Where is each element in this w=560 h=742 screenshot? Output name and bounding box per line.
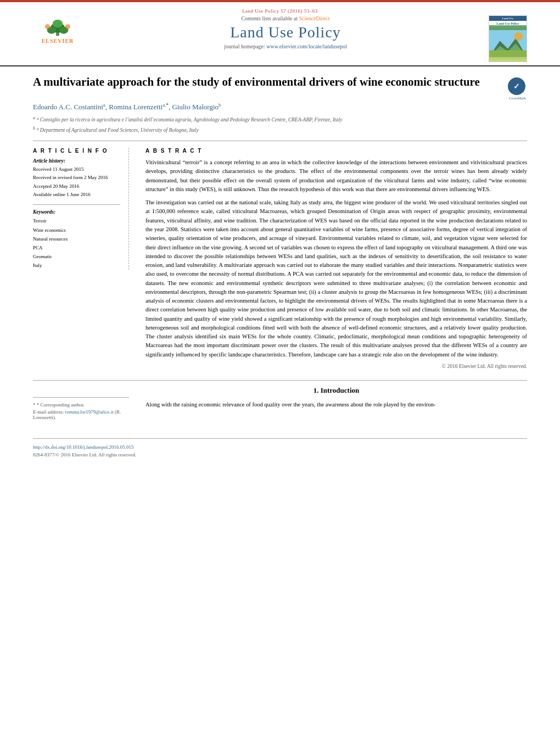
intro-title: 1. Introduction [145,386,527,395]
keywords-list: Terroir Wine economics Natural resources… [33,216,120,270]
introduction-section: * * Corresponding author. E-mail address… [33,380,527,422]
abstract-col: A B S T R A C T Vitivinicultural “terroi… [145,148,527,369]
cover-image [489,25,527,62]
keyword-1: Terroir [33,216,120,225]
svg-point-11 [514,32,523,41]
cover-title: Land Use Policy [495,21,520,25]
cover-header: Land Use [489,16,527,21]
homepage-link[interactable]: www.elsevier.com/locate/landusepol [266,43,347,49]
accepted-date: Accepted 20 May 2016 [33,182,120,191]
doi-link[interactable]: http://dx.doi.org/10.1016/j.landusepol.2… [33,444,134,450]
rights-footer: 0264-8377/© 2016 Elsevier Ltd. All right… [33,452,527,458]
intro-right: 1. Introduction Along with the raising e… [145,386,527,422]
svg-point-6 [65,24,70,29]
intro-left-spacer: * * Corresponding author. E-mail address… [33,386,129,422]
elsevier-text: ELSEVIER [42,38,74,44]
journal-cover: Land Use Land Use Policy [489,15,527,62]
svg-rect-10 [489,51,527,57]
available-date: Available online 1 June 2016 [33,191,120,199]
keyword-6: Italy [33,261,120,270]
header-divider [33,141,527,141]
article-history-label: Article history: [33,158,120,164]
article-dates: Received 11 August 2015 Received in revi… [33,165,120,199]
intro-layout: * * Corresponding author. E-mail address… [33,386,527,422]
crossmark-badge: ✓ CrossMark [508,77,527,97]
article-info-col: A R T I C L E I N F O Article history: R… [33,148,129,369]
revised-date: Received in revised form 2 May 2016 [33,174,120,182]
journal-header: Land Use Policy 57 (2016) 53–63 ELSEVIER [0,2,560,66]
authors-line: Edoardo A.C. Costantinia, Romina Lorenze… [33,102,527,111]
keywords-section: Keywords: Terroir Wine economics Natural… [33,209,120,270]
keyword-3: Natural resources [33,235,120,243]
email-link[interactable]: romina.lor1979@alice.it [65,409,113,415]
article-info-heading: A R T I C L E I N F O [33,148,120,154]
page: Land Use Policy 57 (2016) 53–63 ELSEVIER [0,0,560,742]
affiliation-a: a ᵃ Consiglio per la ricerca in agricolt… [33,115,527,124]
cover-landscape-icon [489,25,527,62]
abstract-text: Vitivinicultural “terroir” is a concept … [145,158,527,359]
keywords-label: Keywords: [33,209,120,215]
footnotes-area: * * Corresponding author. E-mail address… [33,397,129,420]
abstract-heading: A B S T R A C T [145,148,527,154]
affiliation-b: b ᵇ Department of Agricultural and Food … [33,125,527,134]
abstract-paragraph-2: The investigation was carried out at the… [145,198,527,359]
intro-text: Along with the raising economic relevanc… [145,400,527,409]
received-date: Received 11 August 2015 [33,165,120,174]
keyword-2: Wine economics [33,226,120,235]
article-title-section: A multivariate approach for the study of… [33,75,527,97]
corresponding-author-note: * * Corresponding author. [33,402,129,408]
svg-point-4 [53,19,63,27]
elsevier-logo: ELSEVIER [33,15,82,46]
journal-homepage: journal homepage: www.elsevier.com/locat… [93,43,478,49]
keyword-5: Geomatic [33,252,120,261]
journal-title: Land Use Policy [93,24,478,41]
copyright-line: © 2016 Elsevier Ltd. All rights reserved… [145,364,527,369]
doi-footer: http://dx.doi.org/10.1016/j.landusepol.2… [33,444,527,450]
keyword-4: PCA [33,243,120,252]
svg-point-5 [45,24,50,29]
elsevier-tree-icon [41,18,74,37]
sciencedirect-link[interactable]: ScienceDirect [299,15,329,21]
doi-line: Land Use Policy 57 (2016) 53–63 [33,7,527,15]
article-content: A multivariate approach for the study of… [0,66,560,468]
two-col-layout: A R T I C L E I N F O Article history: R… [33,148,527,369]
email-note: E-mail address: romina.lor1979@alice.it … [33,409,129,420]
article-title: A multivariate approach for the study of… [33,75,508,90]
keywords-divider [33,204,120,205]
contents-line: Contents lists available at ScienceDirec… [93,15,478,21]
abstract-paragraph-1: Vitivinicultural “terroir” is a concept … [145,158,527,194]
journal-center: Contents lists available at ScienceDirec… [82,15,489,49]
affiliations: a ᵃ Consiglio per la ricerca in agricolt… [33,115,527,134]
crossmark-icon: ✓ [508,77,525,95]
